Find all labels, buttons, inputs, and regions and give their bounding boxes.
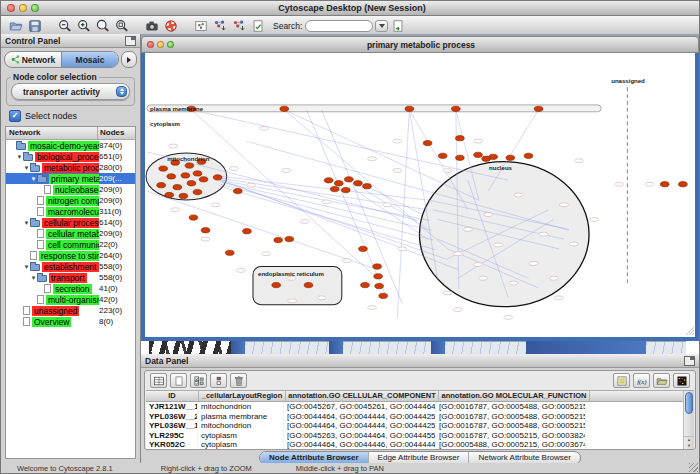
float-panel-icon[interactable] (125, 36, 136, 46)
network-node[interactable] (187, 181, 196, 186)
network-node[interactable] (330, 186, 339, 191)
network-node[interactable] (660, 182, 669, 187)
graphics-details-button[interactable] (191, 17, 210, 34)
scroll-up-button[interactable]: ▲ (684, 436, 694, 443)
network-node[interactable] (345, 177, 354, 182)
tree-row[interactable]: macromolecule311(0) (6, 206, 135, 217)
network-node[interactable] (272, 282, 281, 287)
tree-row[interactable]: ▼primary metabo209(... (6, 173, 135, 184)
search-options-button[interactable] (375, 20, 388, 32)
help-button[interactable] (161, 17, 180, 34)
network-node[interactable] (438, 153, 447, 158)
tree-row[interactable]: secretion41(0) (6, 283, 135, 294)
column-header[interactable]: _cellularLayoutRegion (199, 391, 286, 401)
function-builder-button[interactable]: f(x) (633, 373, 650, 388)
network-node[interactable] (373, 264, 382, 269)
network-node[interactable] (456, 155, 465, 160)
column-header-network[interactable]: Network (6, 127, 98, 139)
network-node[interactable] (193, 189, 202, 194)
unselect-attributes-button[interactable] (210, 373, 227, 388)
tab-overflow-button[interactable] (121, 51, 137, 68)
tree-row[interactable]: ▼cellular process614(0) (6, 217, 135, 228)
zoom-selected-button[interactable] (93, 17, 112, 34)
network-node[interactable] (482, 156, 491, 161)
tab-edge-attribute-browser[interactable]: Edge Attribute Browser (368, 452, 469, 464)
expand-arrow-icon[interactable]: ▼ (16, 154, 23, 160)
apply-layout-button[interactable] (210, 17, 229, 34)
network-node[interactable] (379, 293, 388, 298)
attribute-list-button[interactable] (613, 373, 630, 388)
network-node[interactable] (341, 187, 350, 192)
network-window-titlebar[interactable]: primary metabolic process (141, 36, 699, 53)
delete-attribute-button[interactable] (230, 373, 247, 388)
network-node[interactable] (374, 274, 383, 279)
network-node[interactable] (324, 178, 333, 183)
network-node[interactable] (213, 175, 222, 180)
tab-node-attribute-browser[interactable]: Node Attribute Browser (260, 452, 368, 464)
network-node[interactable] (199, 177, 208, 182)
table-row[interactable]: YPL036W__1mitochondrion[GO:0044464, GO:0… (146, 421, 683, 431)
minimize-button[interactable] (19, 4, 27, 12)
network-node[interactable] (474, 152, 483, 157)
table-row[interactable]: YLR295Ccytoplasm[GO:0045263, GO:0044464,… (146, 431, 683, 441)
network-node[interactable] (165, 192, 174, 197)
scroll-down-button[interactable]: ▼ (684, 443, 694, 449)
zoom-in-button[interactable] (74, 17, 93, 34)
network-node[interactable] (354, 181, 363, 186)
network-node[interactable] (189, 215, 198, 220)
expand-arrow-icon[interactable]: ▼ (23, 220, 30, 226)
layout-settings-button[interactable] (229, 17, 248, 34)
zoom-out-button[interactable] (55, 17, 74, 34)
table-scrollbar[interactable]: ▲ ▼ (683, 391, 694, 449)
float-panel-icon[interactable] (684, 356, 695, 366)
network-node[interactable] (181, 173, 190, 178)
snapshot-button[interactable] (142, 17, 161, 34)
network-node[interactable] (359, 246, 368, 251)
attribute-matrix-button[interactable] (673, 373, 690, 388)
import-attributes-button[interactable] (388, 17, 407, 34)
network-minimize-button[interactable] (157, 41, 164, 48)
network-node[interactable] (304, 282, 313, 287)
network-node[interactable] (274, 237, 283, 242)
tree-row[interactable]: Overview8(0) (6, 316, 135, 327)
network-node[interactable] (534, 106, 543, 111)
network-close-button[interactable] (147, 41, 154, 48)
expand-arrow-icon[interactable]: ▼ (30, 176, 37, 182)
zoom-fit-button[interactable] (112, 17, 131, 34)
network-node[interactable] (225, 250, 234, 255)
table-row[interactable]: YJR121W__1mitochondrion[GO:0045267, GO:0… (146, 402, 683, 412)
tree-row[interactable]: unassigned223(0) (6, 305, 135, 316)
network-node[interactable] (157, 183, 166, 188)
network-node[interactable] (506, 155, 515, 160)
network-node[interactable] (159, 166, 168, 171)
network-node[interactable] (363, 184, 372, 189)
search-input[interactable] (305, 20, 373, 32)
annotation-button[interactable] (248, 17, 267, 34)
network-node[interactable] (524, 153, 533, 158)
column-header-nodes[interactable]: Nodes (98, 127, 135, 139)
column-header[interactable]: ID (146, 391, 199, 401)
column-header[interactable]: annotation.GO MOLECULAR_FUNCTION (439, 391, 590, 401)
expand-arrow-icon[interactable]: ▼ (30, 275, 37, 281)
network-node[interactable] (405, 106, 414, 111)
zoom-window-button[interactable] (31, 4, 39, 12)
node-color-dropdown[interactable]: transporter activity (11, 83, 130, 100)
network-node[interactable] (201, 228, 210, 233)
network-node[interactable] (280, 106, 289, 111)
tree-row[interactable]: response to stimulu264(0) (6, 250, 135, 261)
network-node[interactable] (456, 136, 465, 141)
network-node[interactable] (193, 171, 202, 176)
table-row[interactable]: YPL036W__2plasma membrane[GO:0044464, GO… (146, 412, 683, 422)
network-node[interactable] (173, 185, 182, 190)
network-node[interactable] (375, 283, 384, 288)
network-node[interactable] (179, 193, 188, 198)
network-node[interactable] (185, 163, 194, 168)
tab-mosaic[interactable]: Mosaic (61, 52, 118, 67)
close-button[interactable] (7, 4, 15, 12)
network-canvas[interactable]: plasma membranecytoplasmmitochondrionnuc… (145, 53, 695, 337)
network-node[interactable] (285, 236, 294, 241)
tree-row[interactable]: ▼biological_process651(0) (6, 151, 135, 162)
tree-row[interactable]: ▼metabolic process280(0) (6, 162, 135, 173)
network-node[interactable] (679, 182, 688, 187)
tree-row[interactable]: cell communicat22(0) (6, 239, 135, 250)
